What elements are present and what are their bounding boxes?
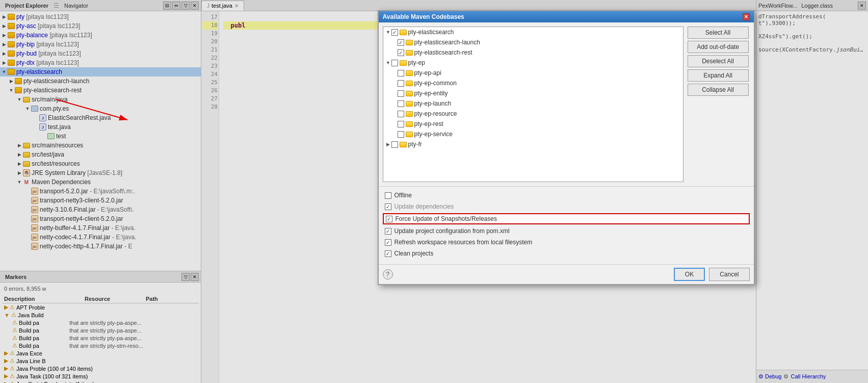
cb-label-fr: pty-fr bbox=[408, 141, 422, 148]
chk-update-project[interactable] bbox=[385, 228, 391, 235]
cb-folder-ep-api bbox=[406, 70, 413, 76]
expand-all-btn[interactable]: Expand All bbox=[688, 69, 749, 82]
label-clean-projects: Clean projects bbox=[394, 250, 434, 257]
chk-offline[interactable] bbox=[385, 192, 391, 199]
cb-folder-ep-rest bbox=[406, 121, 413, 127]
dialog-right-buttons: Select All Add out-of-date Deselect All … bbox=[683, 27, 750, 182]
cb-chk-ep-api[interactable] bbox=[398, 70, 404, 76]
dialog-close-btn[interactable]: ✕ bbox=[743, 13, 750, 20]
chk-refresh-workspace[interactable] bbox=[385, 239, 391, 246]
cb-label-elasticsearch: pty-elasticsearch bbox=[408, 29, 454, 36]
cb-ep-common[interactable]: pty-ep-common bbox=[383, 78, 683, 88]
cb-chk-ep-common[interactable] bbox=[398, 80, 404, 87]
cb-label-ep-service: pty-ep-service bbox=[414, 131, 453, 138]
dialog-titlebar: Available Maven Codebases ✕ bbox=[379, 11, 754, 22]
label-offline: Offline bbox=[394, 192, 412, 199]
chk-clean-projects[interactable] bbox=[385, 250, 391, 257]
cb-label-ep-entity: pty-ep-entity bbox=[414, 90, 448, 97]
option-clean-projects-row: Clean projects bbox=[383, 249, 750, 258]
cb-folder-elasticsearch bbox=[400, 30, 407, 35]
cb-es-rest[interactable]: pty-elasticsearch-rest bbox=[383, 47, 683, 58]
cb-chk-es-launch[interactable] bbox=[398, 39, 404, 46]
cb-folder-es-rest bbox=[406, 50, 413, 56]
cb-chk-ep-resource[interactable] bbox=[398, 111, 404, 117]
option-update-deps-row: Update dependencies bbox=[383, 202, 750, 211]
cb-ep-launch[interactable]: pty-ep-launch bbox=[383, 98, 683, 109]
dialog-footer: ? OK Cancel bbox=[379, 264, 754, 284]
maven-codebases-dialog: Available Maven Codebases ✕ ▼ pty-elasti… bbox=[378, 10, 755, 285]
cb-pty-ep[interactable]: ▼ pty-ep bbox=[383, 58, 683, 68]
codebases-list: ▼ pty-elasticsearch pty-elasticsearch-la… bbox=[383, 27, 683, 182]
cb-ep-resource[interactable]: pty-ep-resource bbox=[383, 109, 683, 119]
ok-button[interactable]: OK bbox=[674, 268, 705, 281]
cb-arrow-elasticsearch: ▼ bbox=[385, 30, 391, 35]
dialog-overlay: Available Maven Codebases ✕ ▼ pty-elasti… bbox=[0, 0, 868, 383]
cb-label-ep-rest: pty-ep-rest bbox=[414, 120, 443, 127]
cb-chk-elasticsearch[interactable] bbox=[391, 29, 398, 36]
option-offline-row: Offline bbox=[383, 191, 750, 200]
option-update-project-row: Update project configuration from pom.xm… bbox=[383, 226, 750, 236]
chk-force-update[interactable] bbox=[386, 216, 392, 222]
cb-chk-ep-service[interactable] bbox=[398, 131, 404, 138]
option-force-update-row: Force Update of Snapshots/Releases bbox=[383, 213, 750, 224]
cb-es-launch[interactable]: pty-elasticsearch-launch bbox=[383, 37, 683, 47]
cb-arrow-ep: ▼ bbox=[385, 60, 391, 65]
cb-chk-ep-entity[interactable] bbox=[398, 90, 404, 97]
cb-ep-service[interactable]: pty-ep-service bbox=[383, 129, 683, 139]
label-update-project: Update project configuration from pom.xm… bbox=[394, 227, 510, 235]
cb-label-ep-common: pty-ep-common bbox=[414, 80, 457, 87]
cb-label-es-launch: pty-elasticsearch-launch bbox=[414, 39, 480, 46]
cb-folder-ep bbox=[400, 60, 407, 66]
cb-pty-fr[interactable]: ▶ pty-fr bbox=[383, 139, 683, 149]
cb-pty-elasticsearch[interactable]: ▼ pty-elasticsearch bbox=[383, 27, 683, 37]
option-refresh-workspace-row: Refresh workspace resources from local f… bbox=[383, 238, 750, 247]
cb-folder-ep-service bbox=[406, 132, 413, 137]
deselect-all-btn[interactable]: Deselect All bbox=[688, 55, 749, 67]
cb-arrow-fr: ▶ bbox=[385, 142, 391, 147]
cb-folder-ep-resource bbox=[406, 111, 413, 117]
label-refresh-workspace: Refresh workspace resources from local f… bbox=[394, 239, 533, 246]
codebases-panel: ▼ pty-elasticsearch pty-elasticsearch-la… bbox=[383, 27, 683, 182]
cb-chk-ep-rest[interactable] bbox=[398, 121, 404, 127]
add-out-of-date-btn[interactable]: Add out-of-date bbox=[688, 41, 749, 53]
dialog-lower-options: Offline Update dependencies Force Update… bbox=[379, 186, 754, 264]
collapse-all-btn-dialog[interactable]: Collapse All bbox=[688, 84, 749, 96]
cb-folder-es-launch bbox=[406, 40, 413, 45]
label-force-update: Force Update of Snapshots/Releases bbox=[396, 215, 497, 222]
select-all-btn[interactable]: Select All bbox=[688, 27, 749, 39]
ok-cancel-buttons: OK Cancel bbox=[674, 268, 750, 281]
cb-chk-fr[interactable] bbox=[391, 141, 398, 148]
cb-folder-ep-launch bbox=[406, 101, 413, 107]
cb-label-ep-resource: pty-ep-resource bbox=[414, 110, 457, 117]
cb-ep-api[interactable]: pty-ep-api bbox=[383, 68, 683, 78]
cb-chk-es-rest[interactable] bbox=[398, 49, 404, 56]
chk-update-deps[interactable] bbox=[385, 203, 391, 210]
cb-label-ep-launch: pty-ep-launch bbox=[414, 100, 452, 107]
dialog-main-content: ▼ pty-elasticsearch pty-elasticsearch-la… bbox=[379, 22, 754, 186]
cb-label-ep-api: pty-ep-api bbox=[414, 69, 441, 76]
cancel-button[interactable]: Cancel bbox=[709, 268, 749, 281]
main-container: Project Explorer ☰ Navigator ⊟ ⇔ ▽ ✕ ▶ p… bbox=[0, 0, 868, 383]
help-icon[interactable]: ? bbox=[383, 269, 393, 279]
cb-ep-rest[interactable]: pty-ep-rest bbox=[383, 119, 683, 129]
cb-folder-fr bbox=[400, 142, 407, 147]
label-update-deps: Update dependencies bbox=[394, 203, 454, 210]
cb-folder-ep-common bbox=[406, 81, 413, 86]
cb-label-es-rest: pty-elasticsearch-rest bbox=[414, 49, 472, 56]
cb-label-ep: pty-ep bbox=[408, 59, 425, 66]
cb-chk-ep-launch[interactable] bbox=[398, 100, 404, 107]
dialog-title: Available Maven Codebases bbox=[383, 13, 464, 20]
cb-chk-ep[interactable] bbox=[391, 60, 398, 66]
cb-ep-entity[interactable]: pty-ep-entity bbox=[383, 88, 683, 98]
cb-folder-ep-entity bbox=[406, 91, 413, 96]
